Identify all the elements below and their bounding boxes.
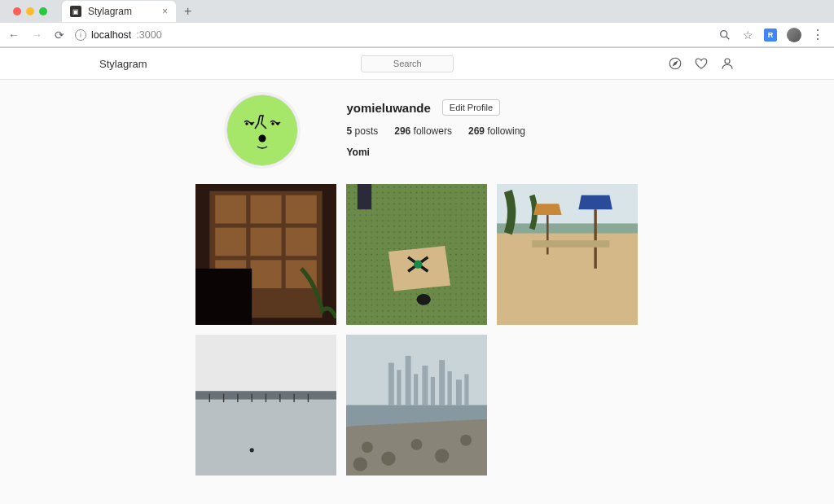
browser-right-tools: ☆ R ⋮	[718, 27, 827, 42]
browser-menu-icon[interactable]: ⋮	[811, 27, 824, 42]
bookmark-icon[interactable]: ☆	[741, 28, 754, 42]
svg-rect-14	[285, 195, 316, 224]
reload-button[interactable]: ⟳	[52, 28, 67, 42]
stats-row: 5 posts 296 followers 269 following	[347, 125, 526, 137]
post-3-beach[interactable]	[497, 184, 638, 325]
svg-rect-57	[430, 377, 434, 405]
brand-logo[interactable]: Stylagram	[99, 58, 147, 70]
address-bar[interactable]: i localhost:3000	[75, 29, 710, 41]
close-tab-icon[interactable]: ×	[162, 6, 168, 17]
app-header: Stylagram	[0, 48, 834, 80]
extension-icon[interactable]: R	[764, 28, 777, 42]
profile-icon[interactable]	[720, 56, 735, 71]
toolbar: ← → ⟳ i localhost:3000 ☆ R ⋮	[0, 23, 834, 47]
svg-point-66	[410, 439, 422, 450]
svg-rect-13	[250, 195, 281, 224]
svg-point-69	[353, 458, 367, 471]
svg-point-68	[460, 435, 472, 446]
svg-rect-32	[497, 223, 638, 234]
profile-header: yomieluwande Edit Profile 5 posts 296 fo…	[195, 94, 639, 166]
followers-count: 296	[394, 125, 410, 137]
svg-point-5	[246, 123, 248, 125]
post-5-skyline[interactable]	[346, 335, 487, 476]
svg-marker-26	[388, 246, 450, 291]
following-count: 269	[468, 125, 485, 137]
posts-count: 5	[347, 125, 353, 137]
browser-profile-avatar[interactable]	[787, 28, 801, 42]
svg-rect-60	[455, 379, 461, 405]
url-port: :3000	[136, 29, 161, 41]
followers-stat[interactable]: 296 followers	[394, 125, 452, 137]
svg-rect-16	[250, 228, 281, 256]
favicon-icon	[70, 6, 81, 17]
svg-rect-12	[215, 195, 246, 224]
svg-point-0	[721, 30, 727, 37]
svg-point-8	[277, 123, 279, 125]
forward-button[interactable]: →	[29, 28, 44, 42]
profile-avatar[interactable]	[226, 94, 298, 166]
svg-rect-61	[464, 374, 468, 405]
svg-point-9	[258, 135, 266, 142]
window-controls	[7, 7, 54, 15]
header-actions	[668, 56, 735, 71]
svg-rect-38	[532, 240, 609, 248]
page-content: yomieluwande Edit Profile 5 posts 296 fo…	[0, 80, 834, 504]
new-tab-button[interactable]: +	[176, 4, 200, 19]
svg-rect-40	[195, 394, 336, 476]
posts-grid	[195, 184, 639, 476]
svg-point-4	[725, 59, 730, 64]
svg-rect-21	[195, 269, 252, 325]
svg-rect-52	[388, 363, 393, 405]
svg-rect-55	[414, 374, 418, 405]
posts-label: posts	[355, 125, 379, 137]
svg-rect-58	[439, 360, 445, 405]
svg-rect-17	[285, 228, 316, 256]
tab-strip: Stylagram × +	[0, 0, 834, 23]
svg-point-50	[249, 448, 253, 452]
discover-icon[interactable]	[668, 56, 683, 71]
followers-label: followers	[414, 125, 452, 137]
svg-point-30	[416, 294, 430, 305]
browser-chrome: Stylagram × + ← → ⟳ i localhost:3000 ☆ R…	[0, 0, 834, 48]
svg-rect-25	[357, 184, 371, 209]
svg-rect-59	[447, 371, 451, 405]
site-info-icon[interactable]: i	[75, 29, 86, 41]
svg-marker-34	[578, 195, 612, 209]
svg-marker-36	[533, 204, 561, 215]
close-window-button[interactable]	[13, 7, 21, 15]
browser-tab[interactable]: Stylagram ×	[62, 1, 176, 22]
username: yomieluwande	[347, 101, 431, 115]
search-page-icon[interactable]	[718, 28, 731, 42]
svg-point-67	[434, 449, 448, 462]
svg-marker-3	[674, 62, 678, 66]
url-host: localhost	[91, 29, 131, 41]
search-input[interactable]	[361, 55, 454, 72]
tab-title: Stylagram	[88, 6, 156, 17]
activity-heart-icon[interactable]	[694, 56, 709, 71]
svg-rect-39	[195, 335, 336, 394]
svg-point-7	[272, 123, 274, 125]
svg-rect-15	[215, 228, 246, 256]
profile-bio: Yomi	[347, 147, 526, 158]
svg-rect-19	[250, 260, 281, 288]
edit-profile-button[interactable]: Edit Profile	[442, 99, 500, 116]
posts-stat[interactable]: 5 posts	[347, 125, 379, 137]
following-stat[interactable]: 269 following	[468, 125, 525, 137]
svg-line-1	[726, 36, 730, 39]
svg-point-65	[381, 452, 395, 466]
svg-rect-53	[397, 370, 401, 405]
post-4-lake[interactable]	[195, 335, 336, 476]
svg-point-29	[414, 260, 422, 268]
back-button[interactable]: ←	[7, 28, 21, 42]
post-2-drone[interactable]	[346, 184, 487, 325]
minimize-window-button[interactable]	[26, 7, 34, 15]
following-label: following	[487, 125, 525, 137]
svg-point-64	[362, 441, 373, 453]
maximize-window-button[interactable]	[39, 7, 47, 15]
svg-point-6	[251, 123, 252, 125]
svg-rect-54	[405, 356, 410, 405]
post-1-shelf[interactable]	[195, 184, 336, 325]
svg-rect-56	[422, 366, 428, 405]
